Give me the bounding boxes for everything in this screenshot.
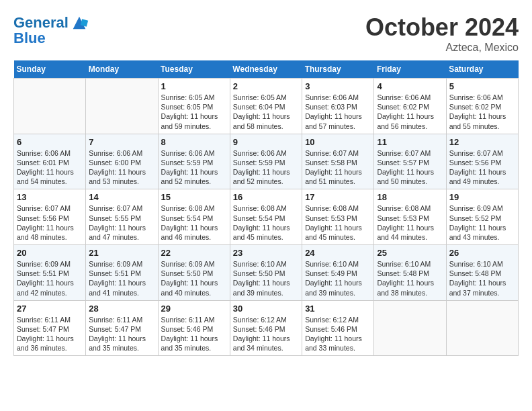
weekday-header-monday: Monday xyxy=(86,60,158,79)
day-info: Sunrise: 6:10 AM Sunset: 5:48 PM Dayligh… xyxy=(449,259,515,298)
location: Azteca, Mexico xyxy=(365,42,519,54)
day-number: 30 xyxy=(233,304,299,314)
calendar-cell: 9Sunrise: 6:06 AM Sunset: 5:59 PM Daylig… xyxy=(230,134,302,189)
calendar-cell: 8Sunrise: 6:06 AM Sunset: 5:59 PM Daylig… xyxy=(158,134,230,189)
logo: General Blue xyxy=(13,13,89,47)
day-info: Sunrise: 6:07 AM Sunset: 5:55 PM Dayligh… xyxy=(89,203,154,242)
day-number: 15 xyxy=(161,192,227,202)
day-number: 9 xyxy=(233,137,299,147)
calendar-cell: 2Sunrise: 6:05 AM Sunset: 6:04 PM Daylig… xyxy=(230,79,302,134)
day-info: Sunrise: 6:06 AM Sunset: 5:59 PM Dayligh… xyxy=(233,148,299,187)
calendar-cell: 24Sunrise: 6:10 AM Sunset: 5:49 PM Dayli… xyxy=(302,245,374,301)
day-info: Sunrise: 6:11 AM Sunset: 5:47 PM Dayligh… xyxy=(89,315,154,353)
calendar-cell: 21Sunrise: 6:09 AM Sunset: 5:51 PM Dayli… xyxy=(86,245,158,301)
day-info: Sunrise: 6:06 AM Sunset: 6:03 PM Dayligh… xyxy=(305,93,371,131)
day-number: 19 xyxy=(449,192,515,202)
calendar-cell: 18Sunrise: 6:08 AM Sunset: 5:53 PM Dayli… xyxy=(374,189,446,245)
day-number: 4 xyxy=(377,81,443,91)
day-info: Sunrise: 6:10 AM Sunset: 5:49 PM Dayligh… xyxy=(305,259,371,298)
day-number: 8 xyxy=(161,137,227,147)
calendar-cell: 6Sunrise: 6:06 AM Sunset: 6:01 PM Daylig… xyxy=(14,134,86,189)
calendar-cell: 4Sunrise: 6:06 AM Sunset: 6:02 PM Daylig… xyxy=(374,79,446,134)
calendar-cell: 25Sunrise: 6:10 AM Sunset: 5:48 PM Dayli… xyxy=(374,245,446,301)
day-number: 3 xyxy=(305,81,371,91)
day-number: 22 xyxy=(161,248,227,258)
week-row-4: 20Sunrise: 6:09 AM Sunset: 5:51 PM Dayli… xyxy=(14,245,519,301)
calendar-cell: 3Sunrise: 6:06 AM Sunset: 6:03 PM Daylig… xyxy=(302,79,374,134)
day-number: 10 xyxy=(305,137,371,147)
day-number: 11 xyxy=(377,137,443,147)
calendar-cell: 31Sunrise: 6:12 AM Sunset: 5:46 PM Dayli… xyxy=(302,300,374,356)
calendar-cell: 10Sunrise: 6:07 AM Sunset: 5:58 PM Dayli… xyxy=(302,134,374,189)
calendar-cell: 28Sunrise: 6:11 AM Sunset: 5:47 PM Dayli… xyxy=(86,300,158,356)
day-number: 2 xyxy=(233,81,299,91)
month-title: October 2024 xyxy=(365,13,519,42)
calendar-table: SundayMondayTuesdayWednesdayThursdayFrid… xyxy=(13,60,519,356)
day-number: 17 xyxy=(305,192,371,202)
day-info: Sunrise: 6:05 AM Sunset: 6:05 PM Dayligh… xyxy=(161,93,227,131)
day-number: 29 xyxy=(161,304,227,314)
day-info: Sunrise: 6:11 AM Sunset: 5:46 PM Dayligh… xyxy=(161,315,227,353)
day-number: 14 xyxy=(89,192,154,202)
calendar-cell: 1Sunrise: 6:05 AM Sunset: 6:05 PM Daylig… xyxy=(158,79,230,134)
calendar-cell: 20Sunrise: 6:09 AM Sunset: 5:51 PM Dayli… xyxy=(14,245,86,301)
calendar-cell: 23Sunrise: 6:10 AM Sunset: 5:50 PM Dayli… xyxy=(230,245,302,301)
weekday-header-saturday: Saturday xyxy=(446,60,518,79)
calendar-cell: 29Sunrise: 6:11 AM Sunset: 5:46 PM Dayli… xyxy=(158,300,230,356)
day-number: 16 xyxy=(233,192,299,202)
calendar-cell xyxy=(14,79,86,134)
calendar-cell: 14Sunrise: 6:07 AM Sunset: 5:55 PM Dayli… xyxy=(86,189,158,245)
calendar-cell xyxy=(374,300,446,356)
day-number: 1 xyxy=(161,81,227,91)
weekday-header-wednesday: Wednesday xyxy=(230,60,302,79)
day-number: 5 xyxy=(449,81,515,91)
page-header: General Blue October 2024 Azteca, Mexico xyxy=(13,13,519,54)
calendar-cell: 13Sunrise: 6:07 AM Sunset: 5:56 PM Dayli… xyxy=(14,189,86,245)
weekday-header-thursday: Thursday xyxy=(302,60,374,79)
day-info: Sunrise: 6:08 AM Sunset: 5:54 PM Dayligh… xyxy=(161,203,227,242)
day-info: Sunrise: 6:09 AM Sunset: 5:51 PM Dayligh… xyxy=(89,259,154,298)
day-info: Sunrise: 6:09 AM Sunset: 5:52 PM Dayligh… xyxy=(449,203,515,242)
day-info: Sunrise: 6:07 AM Sunset: 5:56 PM Dayligh… xyxy=(17,203,83,242)
day-number: 6 xyxy=(17,137,83,147)
logo-text: General xyxy=(13,15,69,31)
day-info: Sunrise: 6:06 AM Sunset: 5:59 PM Dayligh… xyxy=(161,148,227,187)
calendar-cell xyxy=(446,300,518,356)
day-info: Sunrise: 6:08 AM Sunset: 5:53 PM Dayligh… xyxy=(305,203,371,242)
day-number: 7 xyxy=(89,137,154,147)
day-number: 21 xyxy=(89,248,154,258)
day-info: Sunrise: 6:06 AM Sunset: 6:02 PM Dayligh… xyxy=(449,93,515,131)
calendar-cell: 19Sunrise: 6:09 AM Sunset: 5:52 PM Dayli… xyxy=(446,189,518,245)
day-info: Sunrise: 6:06 AM Sunset: 6:00 PM Dayligh… xyxy=(89,148,154,187)
day-number: 20 xyxy=(17,248,83,258)
day-info: Sunrise: 6:12 AM Sunset: 5:46 PM Dayligh… xyxy=(305,315,371,353)
calendar-cell: 16Sunrise: 6:08 AM Sunset: 5:54 PM Dayli… xyxy=(230,189,302,245)
day-number: 12 xyxy=(449,137,515,147)
day-number: 18 xyxy=(377,192,443,202)
day-info: Sunrise: 6:11 AM Sunset: 5:47 PM Dayligh… xyxy=(17,315,83,353)
day-info: Sunrise: 6:10 AM Sunset: 5:48 PM Dayligh… xyxy=(377,259,443,298)
day-info: Sunrise: 6:09 AM Sunset: 5:51 PM Dayligh… xyxy=(17,259,83,298)
day-info: Sunrise: 6:08 AM Sunset: 5:54 PM Dayligh… xyxy=(233,203,299,242)
weekday-header-tuesday: Tuesday xyxy=(158,60,230,79)
calendar-cell: 17Sunrise: 6:08 AM Sunset: 5:53 PM Dayli… xyxy=(302,189,374,245)
calendar-cell: 15Sunrise: 6:08 AM Sunset: 5:54 PM Dayli… xyxy=(158,189,230,245)
day-number: 24 xyxy=(305,248,371,258)
week-row-2: 6Sunrise: 6:06 AM Sunset: 6:01 PM Daylig… xyxy=(14,134,519,189)
weekday-header-friday: Friday xyxy=(374,60,446,79)
calendar-cell: 27Sunrise: 6:11 AM Sunset: 5:47 PM Dayli… xyxy=(14,300,86,356)
calendar-cell: 22Sunrise: 6:09 AM Sunset: 5:50 PM Dayli… xyxy=(158,245,230,301)
week-row-3: 13Sunrise: 6:07 AM Sunset: 5:56 PM Dayli… xyxy=(14,189,519,245)
week-row-1: 1Sunrise: 6:05 AM Sunset: 6:05 PM Daylig… xyxy=(14,79,519,134)
calendar-cell: 11Sunrise: 6:07 AM Sunset: 5:57 PM Dayli… xyxy=(374,134,446,189)
day-info: Sunrise: 6:12 AM Sunset: 5:46 PM Dayligh… xyxy=(233,315,299,353)
day-info: Sunrise: 6:07 AM Sunset: 5:57 PM Dayligh… xyxy=(377,148,443,187)
day-number: 31 xyxy=(305,304,371,314)
calendar-cell: 7Sunrise: 6:06 AM Sunset: 6:00 PM Daylig… xyxy=(86,134,158,189)
day-number: 28 xyxy=(89,304,154,314)
weekday-header-row: SundayMondayTuesdayWednesdayThursdayFrid… xyxy=(14,60,519,79)
calendar-cell: 26Sunrise: 6:10 AM Sunset: 5:48 PM Dayli… xyxy=(446,245,518,301)
day-number: 25 xyxy=(377,248,443,258)
day-info: Sunrise: 6:06 AM Sunset: 6:01 PM Dayligh… xyxy=(17,148,83,187)
calendar-cell: 12Sunrise: 6:07 AM Sunset: 5:56 PM Dayli… xyxy=(446,134,518,189)
